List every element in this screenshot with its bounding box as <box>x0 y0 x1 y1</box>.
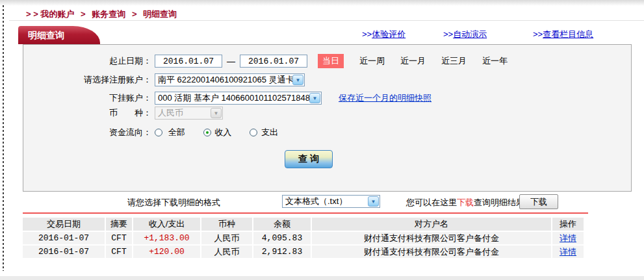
currency-select: 人民币 ▼ <box>155 107 223 120</box>
breadcrumb-item-account-query[interactable]: 账务查询 <box>92 9 125 19</box>
cell-counterparty: 财付通支付科技有限公司客户备付金 <box>312 246 552 258</box>
col-header-counterparty: 对方户名 <box>312 218 552 231</box>
tab-detail-query[interactable]: 明细查询 <box>18 26 100 44</box>
register-account-value: 南平 6222001406100921065 灵通卡 <box>155 74 292 86</box>
breadcrumb-item-detail-query[interactable]: 明细查询 <box>143 9 177 19</box>
cell-amount: +120.00 <box>133 246 201 258</box>
download-inline-link[interactable]: 下载 <box>457 197 474 207</box>
detail-link[interactable]: 详情 <box>560 247 576 257</box>
radio-all-icon[interactable] <box>155 129 162 136</box>
quick-range-year-button[interactable]: 近一年 <box>482 55 508 67</box>
top-gradient <box>0 0 644 6</box>
link-auto-demo[interactable]: >>自动演示 <box>443 29 487 40</box>
quick-range-quarter-button[interactable]: 近三月 <box>441 55 467 67</box>
start-date-input[interactable] <box>155 55 222 68</box>
fund-flow-option-income[interactable]: 收入 <box>203 127 232 138</box>
cell-currency: 人民币 <box>201 246 253 258</box>
currency-value: 人民币 <box>155 107 211 119</box>
breadcrumb-separator: > <box>81 9 86 19</box>
col-header-balance: 余额 <box>253 218 312 231</box>
currency-label: 币 种： <box>23 107 151 119</box>
bottom-strip <box>0 276 644 280</box>
table-row: 2016-01-07 CFT +1,183.00 人民币 4,095.83 财付… <box>23 232 584 244</box>
link-prefix: >> <box>362 29 372 39</box>
left-dotted-border <box>3 5 4 271</box>
cell-balance: 2,912.83 <box>253 246 312 258</box>
radio-expense-label[interactable]: 支出 <box>261 127 278 137</box>
breadcrumb-separator: > <box>132 9 137 19</box>
detail-link[interactable]: 详情 <box>560 233 576 243</box>
quick-range-week-button[interactable]: 近一周 <box>359 55 385 67</box>
link-label: 查看栏目信息 <box>543 29 593 39</box>
sub-account-value: 000 活期 基本户 1406600101102571848 <box>155 92 309 104</box>
currency-row: 币 种： 人民币 ▼ <box>23 106 631 120</box>
cell-amount: +1,183.00 <box>133 232 201 244</box>
page: > > 我的账户 > 账务查询 > 明细查询 明细查询 >>体验评价 >>自动演… <box>0 0 644 280</box>
end-date-input[interactable] <box>240 55 307 68</box>
radio-income-label[interactable]: 收入 <box>214 127 231 137</box>
link-view-column-info[interactable]: >>查看栏目信息 <box>533 29 593 40</box>
chevron-down-icon: ▼ <box>292 75 303 85</box>
col-header-summary: 摘要 <box>106 218 133 231</box>
sub-account-label: 下挂账户： <box>23 92 151 104</box>
quick-range-today-button[interactable]: 当日 <box>318 54 344 68</box>
download-button[interactable]: 下载 <box>519 194 558 209</box>
chevron-down-icon: ▼ <box>368 196 379 207</box>
col-header-currency: 币种 <box>201 218 253 231</box>
query-button[interactable]: 查 询 <box>285 150 333 168</box>
cell-summary: CFT <box>106 246 133 258</box>
table-top-divider <box>23 212 588 214</box>
download-hint-suffix: 查询明细结果 <box>474 197 524 207</box>
radio-all-label[interactable]: 全部 <box>168 127 185 137</box>
fund-flow-label: 资金流向： <box>23 127 151 138</box>
quick-range-month-button[interactable]: 近一月 <box>400 55 426 67</box>
link-label: 体验评价 <box>372 29 406 39</box>
chevron-down-icon: ▼ <box>309 93 320 103</box>
save-snapshot-link[interactable]: 保存近一个月的明细快照 <box>339 92 431 104</box>
radio-income-icon[interactable] <box>203 129 211 136</box>
cell-counterparty: 财付通支付科技有限公司客户备付金 <box>312 232 552 244</box>
link-prefix: >> <box>443 29 453 39</box>
table-header-row: 交易日期 摘要 收入/支出 币种 余额 对方户名 操作 <box>23 218 584 231</box>
col-header-amount: 收入/支出 <box>133 218 201 231</box>
download-format-select[interactable]: 文本格式（.txt） ▼ <box>282 195 380 208</box>
cell-summary: CFT <box>106 232 133 244</box>
cell-date: 2016-01-07 <box>23 246 106 258</box>
transactions-table: 交易日期 摘要 收入/支出 币种 余额 对方户名 操作 2016-01-07 C… <box>23 216 584 259</box>
sub-account-row: 下挂账户： 000 活期 基本户 1406600101102571848 ▼ 保… <box>23 91 631 105</box>
link-prefix: >> <box>533 29 543 39</box>
table-row: 2016-01-07 CFT +120.00 人民币 2,912.83 财付通支… <box>23 246 584 258</box>
radio-expense-icon[interactable] <box>250 129 257 136</box>
fund-flow-option-all[interactable]: 全部 <box>155 127 185 138</box>
download-format-value: 文本格式（.txt） <box>283 196 368 207</box>
date-range-label: 起止日期： <box>23 55 151 67</box>
link-experience-evaluation[interactable]: >>体验评价 <box>362 29 406 40</box>
register-account-select[interactable]: 南平 6222001406100921065 灵通卡 ▼ <box>155 73 305 86</box>
date-range-row: 起止日期： — 当日 近一周 近一月 近三月 近一年 <box>23 54 631 68</box>
col-header-date: 交易日期 <box>23 218 106 231</box>
breadcrumb-divider <box>9 20 644 21</box>
download-format-label: 请您选择下载明细的格式 <box>127 197 220 209</box>
cell-date: 2016-01-07 <box>23 232 106 244</box>
link-label: 自动演示 <box>453 29 487 39</box>
breadcrumb-prefix: > > <box>26 9 38 19</box>
tab-label: 明细查询 <box>28 30 64 40</box>
register-account-label: 请选择注册账户： <box>23 74 151 86</box>
sub-account-select[interactable]: 000 活期 基本户 1406600101102571848 ▼ <box>155 92 322 105</box>
col-header-action: 操作 <box>552 218 584 231</box>
breadcrumb: > > 我的账户 > 账务查询 > 明细查询 <box>26 8 177 20</box>
cell-currency: 人民币 <box>201 232 253 244</box>
download-hint-prefix: 您可以在这里 <box>406 197 457 207</box>
query-form-panel: 起止日期： — 当日 近一周 近一月 近三月 近一年 请选择注册账户： 南平 6… <box>23 44 632 192</box>
breadcrumb-item-my-account[interactable]: 我的账户 <box>40 9 74 19</box>
fund-flow-row: 资金流向： 全部 收入 支出 <box>23 125 631 140</box>
date-range-dash: — <box>227 57 235 66</box>
download-row: 请您选择下载明细的格式 文本格式（.txt） ▼ 您可以在这里下载查询明细结果 … <box>0 194 644 210</box>
download-hint: 您可以在这里下载查询明细结果 <box>406 197 524 209</box>
chevron-down-icon: ▼ <box>211 108 222 118</box>
cell-balance: 4,095.83 <box>253 232 312 244</box>
register-account-row: 请选择注册账户： 南平 6222001406100921065 灵通卡 ▼ <box>23 73 631 87</box>
fund-flow-option-expense[interactable]: 支出 <box>250 127 278 138</box>
